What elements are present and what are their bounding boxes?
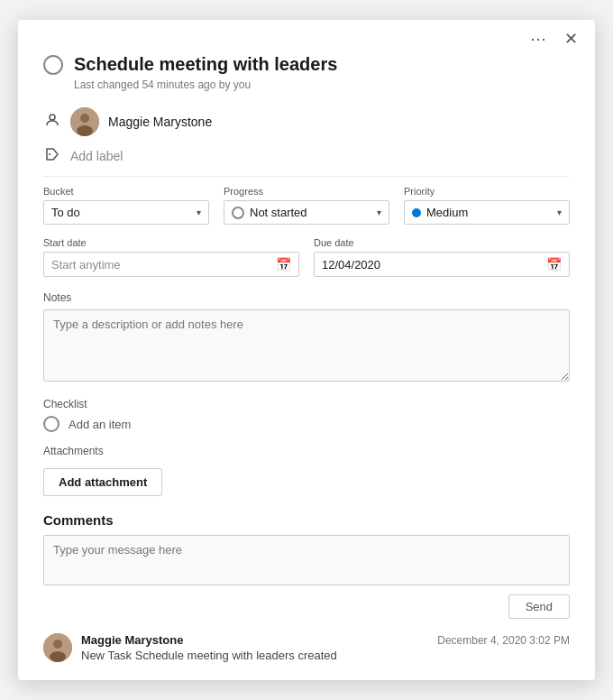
dates-grid: Start date Start anytime 📅 Due date 12/0… bbox=[43, 237, 570, 277]
start-date-placeholder: Start anytime bbox=[51, 258, 121, 272]
progress-value: Not started bbox=[250, 206, 307, 219]
more-options-button[interactable]: ⋯ bbox=[526, 29, 551, 49]
comment-avatar bbox=[43, 633, 72, 662]
checklist-circle-icon bbox=[43, 416, 59, 432]
attachments-section: Attachments Add attachment bbox=[43, 445, 570, 496]
add-checklist-item-row[interactable]: Add an item bbox=[43, 416, 570, 432]
progress-circle-icon bbox=[232, 207, 244, 219]
comments-title: Comments bbox=[43, 512, 570, 528]
start-date-calendar-icon: 📅 bbox=[276, 257, 291, 272]
priority-value: Medium bbox=[426, 206, 468, 219]
priority-chevron-icon: ▾ bbox=[557, 207, 562, 217]
progress-select[interactable]: Not started ▾ bbox=[224, 200, 389, 225]
comment-input[interactable] bbox=[43, 535, 570, 585]
due-date-input[interactable]: 12/04/2020 📅 bbox=[314, 252, 570, 277]
svg-point-2 bbox=[80, 114, 89, 123]
avatar bbox=[70, 107, 99, 136]
comment-text: New Task Schedule meeting with leaders c… bbox=[81, 649, 570, 662]
due-date-field: Due date 12/04/2020 📅 bbox=[314, 237, 570, 277]
last-changed-text: Last changed 54 minutes ago by you bbox=[74, 78, 570, 91]
progress-label: Progress bbox=[224, 186, 389, 197]
checklist-label: Checklist bbox=[43, 398, 570, 410]
add-attachment-button[interactable]: Add attachment bbox=[43, 468, 162, 496]
send-button[interactable]: Send bbox=[508, 594, 570, 619]
task-title: Schedule meeting with leaders bbox=[74, 54, 337, 75]
person-icon bbox=[43, 113, 61, 131]
fields-grid: Bucket To do ▾ Progress Not started ▾ Pr… bbox=[43, 186, 570, 225]
comment-body: Maggie Marystone December 4, 2020 3:02 P… bbox=[81, 633, 570, 662]
attachments-label: Attachments bbox=[43, 445, 570, 457]
divider-1 bbox=[43, 176, 570, 177]
svg-point-3 bbox=[77, 125, 93, 136]
comment-entry: Maggie Marystone December 4, 2020 3:02 P… bbox=[43, 633, 570, 662]
task-complete-checkbox[interactable] bbox=[43, 55, 63, 75]
priority-select[interactable]: Medium ▾ bbox=[404, 200, 570, 225]
due-date-value: 12/04/2020 bbox=[322, 258, 380, 272]
comment-meta: Maggie Marystone December 4, 2020 3:02 P… bbox=[81, 633, 570, 647]
start-date-label: Start date bbox=[43, 237, 299, 248]
comments-section: Comments Send Maggie Marystone De bbox=[43, 512, 570, 662]
comment-author: Maggie Marystone bbox=[81, 633, 183, 647]
bucket-select[interactable]: To do ▾ bbox=[43, 200, 209, 225]
svg-point-4 bbox=[49, 153, 50, 155]
task-modal: ⋯ ✕ Schedule meeting with leaders Last c… bbox=[18, 20, 595, 680]
modal-header: ⋯ ✕ bbox=[18, 20, 595, 49]
progress-field: Progress Not started ▾ bbox=[224, 186, 389, 225]
notes-label: Notes bbox=[43, 291, 570, 304]
notes-textarea[interactable] bbox=[43, 309, 570, 382]
assignee-name: Maggie Marystone bbox=[108, 115, 212, 129]
priority-label: Priority bbox=[404, 186, 570, 197]
task-title-row: Schedule meeting with leaders bbox=[43, 54, 570, 75]
bucket-value: To do bbox=[51, 206, 80, 219]
bucket-label: Bucket bbox=[43, 186, 209, 197]
close-button[interactable]: ✕ bbox=[560, 29, 582, 49]
bucket-field: Bucket To do ▾ bbox=[43, 186, 209, 225]
assignee-row[interactable]: Maggie Marystone bbox=[43, 107, 570, 136]
modal-body: Schedule meeting with leaders Last chang… bbox=[18, 49, 595, 680]
bucket-chevron-icon: ▾ bbox=[197, 207, 201, 217]
svg-point-7 bbox=[50, 651, 66, 662]
due-date-label: Due date bbox=[314, 237, 570, 248]
start-date-input[interactable]: Start anytime 📅 bbox=[43, 252, 299, 277]
checklist-section: Checklist Add an item bbox=[43, 398, 570, 432]
add-label-text[interactable]: Add label bbox=[70, 149, 123, 163]
add-label-row[interactable]: Add label bbox=[43, 147, 570, 165]
comment-time: December 4, 2020 3:02 PM bbox=[437, 634, 570, 647]
priority-field: Priority Medium ▾ bbox=[404, 186, 570, 225]
progress-inner: Not started bbox=[232, 206, 307, 219]
add-item-label: Add an item bbox=[69, 418, 131, 431]
svg-point-0 bbox=[50, 115, 55, 120]
priority-dot-icon bbox=[412, 208, 421, 217]
send-row: Send bbox=[43, 594, 570, 619]
label-icon bbox=[43, 147, 61, 165]
start-date-field: Start date Start anytime 📅 bbox=[43, 237, 299, 277]
progress-chevron-icon: ▾ bbox=[377, 207, 381, 217]
priority-inner: Medium bbox=[412, 206, 468, 219]
due-date-calendar-icon: 📅 bbox=[546, 257, 562, 272]
svg-point-6 bbox=[53, 640, 62, 649]
